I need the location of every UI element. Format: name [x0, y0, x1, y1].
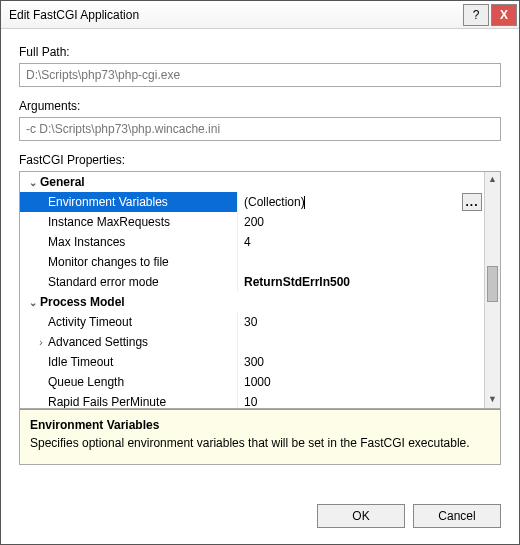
category-row[interactable]: ⌄Process Model — [20, 292, 484, 312]
property-name: Queue Length — [20, 372, 238, 392]
arguments-input[interactable] — [19, 117, 501, 141]
property-value[interactable] — [238, 332, 484, 352]
close-icon: X — [500, 8, 508, 22]
property-row[interactable]: Monitor changes to file — [20, 252, 484, 272]
property-name: Max Instances — [20, 232, 238, 252]
help-icon: ? — [473, 8, 480, 22]
property-name: Rapid Fails PerMinute — [20, 392, 238, 408]
property-value[interactable]: 300 — [238, 352, 484, 372]
dialog-content: Full Path: Arguments: FastCGI Properties… — [1, 29, 519, 490]
help-title: Environment Variables — [30, 418, 490, 432]
property-value[interactable]: ReturnStdErrIn500 — [238, 272, 484, 292]
properties-label: FastCGI Properties: — [19, 153, 501, 167]
close-button[interactable]: X — [491, 4, 517, 26]
property-value[interactable] — [238, 252, 484, 272]
property-row[interactable]: Instance MaxRequests200 — [20, 212, 484, 232]
scroll-track[interactable] — [485, 188, 500, 392]
scroll-down-icon[interactable]: ▼ — [488, 392, 497, 408]
property-value[interactable]: 4 — [238, 232, 484, 252]
property-row[interactable]: ›Advanced Settings — [20, 332, 484, 352]
property-value[interactable]: 200 — [238, 212, 484, 232]
scroll-up-icon[interactable]: ▲ — [488, 172, 497, 188]
property-value[interactable]: 30 — [238, 312, 484, 332]
property-row[interactable]: Rapid Fails PerMinute10 — [20, 392, 484, 408]
ok-button[interactable]: OK — [317, 504, 405, 528]
category-row[interactable]: ⌄General — [20, 172, 484, 192]
property-name: Environment Variables — [20, 192, 238, 212]
property-value[interactable]: 1000 — [238, 372, 484, 392]
chevron-right-icon[interactable]: › — [34, 337, 48, 348]
property-row[interactable]: Idle Timeout300 — [20, 352, 484, 372]
ellipsis-button[interactable]: ... — [462, 193, 482, 211]
button-bar: OK Cancel — [1, 490, 519, 544]
property-row[interactable]: Queue Length1000 — [20, 372, 484, 392]
property-name: Standard error mode — [20, 272, 238, 292]
window-title: Edit FastCGI Application — [9, 8, 461, 22]
property-value[interactable]: (Collection)... — [238, 192, 484, 212]
property-row[interactable]: Activity Timeout30 — [20, 312, 484, 332]
scroll-thumb[interactable] — [487, 266, 498, 302]
property-row[interactable]: Standard error modeReturnStdErrIn500 — [20, 272, 484, 292]
property-name: Idle Timeout — [20, 352, 238, 372]
property-value[interactable]: 10 — [238, 392, 484, 408]
help-button[interactable]: ? — [463, 4, 489, 26]
property-row[interactable]: Environment Variables(Collection)... — [20, 192, 484, 212]
full-path-input[interactable] — [19, 63, 501, 87]
help-pane: Environment Variables Specifies optional… — [19, 409, 501, 465]
titlebar: Edit FastCGI Application ? X — [1, 1, 519, 29]
full-path-label: Full Path: — [19, 45, 501, 59]
help-text: Specifies optional environment variables… — [30, 436, 490, 450]
property-row[interactable]: Max Instances4 — [20, 232, 484, 252]
category-label: General — [40, 175, 85, 189]
arguments-label: Arguments: — [19, 99, 501, 113]
dialog-window: Edit FastCGI Application ? X Full Path: … — [0, 0, 520, 545]
property-name: ›Advanced Settings — [20, 332, 238, 352]
property-name: Instance MaxRequests — [20, 212, 238, 232]
cancel-button[interactable]: Cancel — [413, 504, 501, 528]
chevron-down-icon[interactable]: ⌄ — [26, 297, 40, 308]
property-grid[interactable]: ⌄GeneralEnvironment Variables(Collection… — [20, 172, 484, 408]
property-name: Monitor changes to file — [20, 252, 238, 272]
property-name: Activity Timeout — [20, 312, 238, 332]
property-grid-container: ⌄GeneralEnvironment Variables(Collection… — [19, 171, 501, 409]
vertical-scrollbar[interactable]: ▲ ▼ — [484, 172, 500, 408]
chevron-down-icon[interactable]: ⌄ — [26, 177, 40, 188]
category-label: Process Model — [40, 295, 125, 309]
